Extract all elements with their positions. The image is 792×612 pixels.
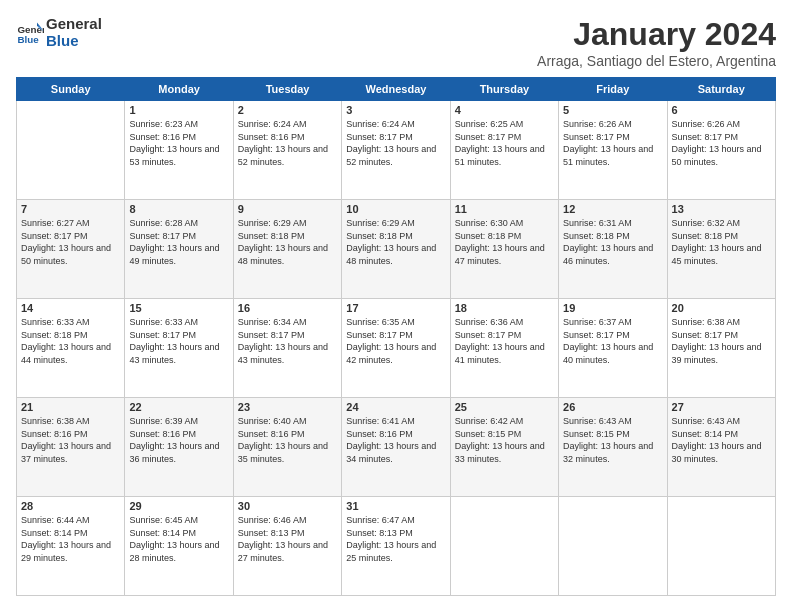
cell-day-number: 24 [346,401,445,413]
cell-info: Sunrise: 6:38 AM Sunset: 8:17 PM Dayligh… [672,316,771,366]
calendar-body: 1Sunrise: 6:23 AM Sunset: 8:16 PM Daylig… [17,101,776,596]
cell-info: Sunrise: 6:35 AM Sunset: 8:17 PM Dayligh… [346,316,445,366]
cell-day-number: 3 [346,104,445,116]
calendar-cell: 18Sunrise: 6:36 AM Sunset: 8:17 PM Dayli… [450,299,558,398]
calendar-week-row: 7Sunrise: 6:27 AM Sunset: 8:17 PM Daylig… [17,200,776,299]
cell-info: Sunrise: 6:40 AM Sunset: 8:16 PM Dayligh… [238,415,337,465]
calendar-header-row: SundayMondayTuesdayWednesdayThursdayFrid… [17,78,776,101]
cell-day-number: 31 [346,500,445,512]
cell-day-number: 28 [21,500,120,512]
cell-day-number: 20 [672,302,771,314]
calendar-cell: 22Sunrise: 6:39 AM Sunset: 8:16 PM Dayli… [125,398,233,497]
cell-info: Sunrise: 6:36 AM Sunset: 8:17 PM Dayligh… [455,316,554,366]
cell-info: Sunrise: 6:29 AM Sunset: 8:18 PM Dayligh… [238,217,337,267]
day-header-thursday: Thursday [450,78,558,101]
cell-day-number: 30 [238,500,337,512]
calendar-cell: 17Sunrise: 6:35 AM Sunset: 8:17 PM Dayli… [342,299,450,398]
cell-info: Sunrise: 6:43 AM Sunset: 8:14 PM Dayligh… [672,415,771,465]
cell-day-number: 21 [21,401,120,413]
cell-info: Sunrise: 6:42 AM Sunset: 8:15 PM Dayligh… [455,415,554,465]
cell-info: Sunrise: 6:29 AM Sunset: 8:18 PM Dayligh… [346,217,445,267]
cell-info: Sunrise: 6:34 AM Sunset: 8:17 PM Dayligh… [238,316,337,366]
calendar-cell: 13Sunrise: 6:32 AM Sunset: 8:18 PM Dayli… [667,200,775,299]
calendar-cell [559,497,667,596]
cell-day-number: 2 [238,104,337,116]
logo-general: General [46,16,102,33]
cell-day-number: 22 [129,401,228,413]
day-header-friday: Friday [559,78,667,101]
cell-info: Sunrise: 6:26 AM Sunset: 8:17 PM Dayligh… [672,118,771,168]
calendar-cell: 31Sunrise: 6:47 AM Sunset: 8:13 PM Dayli… [342,497,450,596]
calendar-week-row: 14Sunrise: 6:33 AM Sunset: 8:18 PM Dayli… [17,299,776,398]
cell-day-number: 4 [455,104,554,116]
calendar-cell: 12Sunrise: 6:31 AM Sunset: 8:18 PM Dayli… [559,200,667,299]
cell-info: Sunrise: 6:46 AM Sunset: 8:13 PM Dayligh… [238,514,337,564]
subtitle: Arraga, Santiago del Estero, Argentina [537,53,776,69]
header: General Blue General Blue January 2024 A… [16,16,776,69]
calendar-cell: 7Sunrise: 6:27 AM Sunset: 8:17 PM Daylig… [17,200,125,299]
cell-info: Sunrise: 6:44 AM Sunset: 8:14 PM Dayligh… [21,514,120,564]
logo: General Blue General Blue [16,16,102,49]
calendar-cell: 16Sunrise: 6:34 AM Sunset: 8:17 PM Dayli… [233,299,341,398]
calendar-cell: 4Sunrise: 6:25 AM Sunset: 8:17 PM Daylig… [450,101,558,200]
cell-info: Sunrise: 6:32 AM Sunset: 8:18 PM Dayligh… [672,217,771,267]
cell-day-number: 6 [672,104,771,116]
svg-text:Blue: Blue [17,33,39,44]
cell-day-number: 10 [346,203,445,215]
cell-info: Sunrise: 6:43 AM Sunset: 8:15 PM Dayligh… [563,415,662,465]
calendar-cell: 5Sunrise: 6:26 AM Sunset: 8:17 PM Daylig… [559,101,667,200]
cell-info: Sunrise: 6:47 AM Sunset: 8:13 PM Dayligh… [346,514,445,564]
cell-day-number: 23 [238,401,337,413]
cell-info: Sunrise: 6:27 AM Sunset: 8:17 PM Dayligh… [21,217,120,267]
calendar-cell: 10Sunrise: 6:29 AM Sunset: 8:18 PM Dayli… [342,200,450,299]
day-header-saturday: Saturday [667,78,775,101]
cell-day-number: 19 [563,302,662,314]
cell-info: Sunrise: 6:24 AM Sunset: 8:16 PM Dayligh… [238,118,337,168]
calendar-cell: 24Sunrise: 6:41 AM Sunset: 8:16 PM Dayli… [342,398,450,497]
calendar-cell: 8Sunrise: 6:28 AM Sunset: 8:17 PM Daylig… [125,200,233,299]
logo-icon: General Blue [16,19,44,47]
calendar-cell: 15Sunrise: 6:33 AM Sunset: 8:17 PM Dayli… [125,299,233,398]
cell-info: Sunrise: 6:31 AM Sunset: 8:18 PM Dayligh… [563,217,662,267]
day-header-sunday: Sunday [17,78,125,101]
calendar-cell: 6Sunrise: 6:26 AM Sunset: 8:17 PM Daylig… [667,101,775,200]
calendar-cell: 1Sunrise: 6:23 AM Sunset: 8:16 PM Daylig… [125,101,233,200]
cell-day-number: 11 [455,203,554,215]
calendar-cell [667,497,775,596]
cell-day-number: 15 [129,302,228,314]
cell-info: Sunrise: 6:45 AM Sunset: 8:14 PM Dayligh… [129,514,228,564]
calendar-cell: 26Sunrise: 6:43 AM Sunset: 8:15 PM Dayli… [559,398,667,497]
cell-day-number: 17 [346,302,445,314]
cell-info: Sunrise: 6:26 AM Sunset: 8:17 PM Dayligh… [563,118,662,168]
cell-info: Sunrise: 6:33 AM Sunset: 8:17 PM Dayligh… [129,316,228,366]
calendar-week-row: 1Sunrise: 6:23 AM Sunset: 8:16 PM Daylig… [17,101,776,200]
calendar-cell: 11Sunrise: 6:30 AM Sunset: 8:18 PM Dayli… [450,200,558,299]
calendar-cell: 28Sunrise: 6:44 AM Sunset: 8:14 PM Dayli… [17,497,125,596]
cell-day-number: 29 [129,500,228,512]
calendar-cell: 30Sunrise: 6:46 AM Sunset: 8:13 PM Dayli… [233,497,341,596]
calendar-cell: 2Sunrise: 6:24 AM Sunset: 8:16 PM Daylig… [233,101,341,200]
cell-day-number: 7 [21,203,120,215]
calendar-cell: 23Sunrise: 6:40 AM Sunset: 8:16 PM Dayli… [233,398,341,497]
page: General Blue General Blue January 2024 A… [0,0,792,612]
cell-info: Sunrise: 6:39 AM Sunset: 8:16 PM Dayligh… [129,415,228,465]
cell-day-number: 8 [129,203,228,215]
calendar-cell: 29Sunrise: 6:45 AM Sunset: 8:14 PM Dayli… [125,497,233,596]
cell-day-number: 13 [672,203,771,215]
cell-day-number: 5 [563,104,662,116]
title-block: January 2024 Arraga, Santiago del Estero… [537,16,776,69]
logo-blue: Blue [46,33,102,50]
day-header-monday: Monday [125,78,233,101]
calendar-cell: 21Sunrise: 6:38 AM Sunset: 8:16 PM Dayli… [17,398,125,497]
calendar-cell: 19Sunrise: 6:37 AM Sunset: 8:17 PM Dayli… [559,299,667,398]
cell-day-number: 18 [455,302,554,314]
cell-info: Sunrise: 6:25 AM Sunset: 8:17 PM Dayligh… [455,118,554,168]
calendar-cell [17,101,125,200]
cell-info: Sunrise: 6:24 AM Sunset: 8:17 PM Dayligh… [346,118,445,168]
calendar-cell: 20Sunrise: 6:38 AM Sunset: 8:17 PM Dayli… [667,299,775,398]
calendar-cell: 27Sunrise: 6:43 AM Sunset: 8:14 PM Dayli… [667,398,775,497]
calendar-table: SundayMondayTuesdayWednesdayThursdayFrid… [16,77,776,596]
cell-info: Sunrise: 6:41 AM Sunset: 8:16 PM Dayligh… [346,415,445,465]
cell-info: Sunrise: 6:38 AM Sunset: 8:16 PM Dayligh… [21,415,120,465]
cell-info: Sunrise: 6:33 AM Sunset: 8:18 PM Dayligh… [21,316,120,366]
